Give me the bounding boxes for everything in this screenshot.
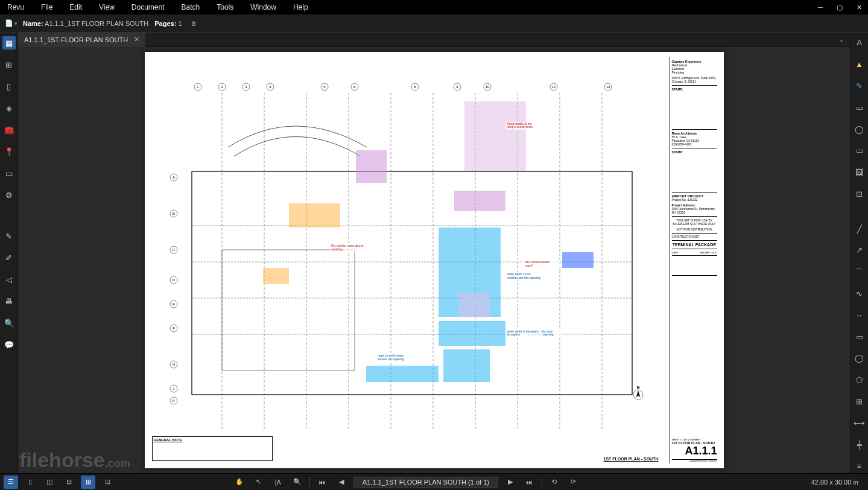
bookmarks-panel-icon[interactable]: ▯ (2, 80, 16, 93)
zoom-tool-icon[interactable]: 🔍 (290, 476, 305, 489)
text-select-tool-icon[interactable]: |A (271, 476, 285, 489)
panel-toggle-icon[interactable]: ☰ (4, 476, 18, 489)
cloud-tool-icon[interactable]: ◯ (853, 122, 866, 136)
markup-note[interactable]: Need details of the ramp's construction (505, 122, 542, 130)
menu-edit[interactable]: Edit (67, 2, 84, 13)
dimension-tool-icon[interactable]: ↔ (853, 308, 866, 322)
document-viewport[interactable]: Capture Engineers Mechanical Electrical … (18, 47, 850, 473)
polygon-tool-icon[interactable]: ⬠ (853, 374, 866, 387)
layers-panel-icon[interactable]: ◈ (2, 101, 16, 115)
general-note: GENERAL NOTE (152, 436, 273, 461)
tab-overflow-icon[interactable]: ⌄ (833, 36, 850, 43)
markup-note[interactable]: verify width of escalator for egress (505, 329, 542, 337)
search-tool-icon[interactable]: 🔍 (2, 316, 16, 329)
menu-file[interactable]: File (39, 2, 55, 13)
highlight-tool-icon[interactable]: ✐ (2, 251, 16, 264)
count-tool-icon[interactable]: ┿ (853, 438, 866, 451)
menu-window[interactable]: Window (248, 2, 279, 13)
rectangle-tool-icon[interactable]: ▭ (853, 330, 866, 343)
print-tool-icon[interactable]: 🖶 (2, 294, 16, 308)
tb-disclaimer2: NOT FOR DISTRIBUTION (672, 228, 717, 231)
markup-region[interactable] (289, 203, 341, 228)
tab-close-icon[interactable]: ✕ (134, 36, 139, 43)
svg-text:D: D (172, 278, 175, 282)
menu-revu[interactable]: Revu (5, 2, 27, 13)
page-dimensions: 42.00 x 30.00 in (811, 479, 864, 486)
markup-note[interactable]: who stored access room? (524, 260, 560, 268)
measure-tool-icon[interactable]: ⟷ (853, 416, 866, 430)
svg-text:F: F (173, 326, 175, 330)
window-minimize-button[interactable]: ─ (816, 3, 825, 11)
note-tool-icon[interactable]: ▭ (853, 144, 866, 158)
group-tool-icon[interactable]: ⊞ (853, 395, 866, 409)
next-view-icon[interactable]: ⟳ (566, 476, 581, 489)
single-page-view-icon[interactable]: ▯ (23, 476, 37, 489)
previous-view-icon[interactable]: ⟲ (547, 476, 562, 489)
svg-text:C: C (172, 248, 175, 252)
pen-tool-icon[interactable]: ✎ (853, 80, 866, 93)
markup-region[interactable] (454, 191, 506, 211)
document-tabs: A1.1.1_1ST FLOOR PLAN SOUTH ✕ ⌄ (18, 33, 850, 47)
shape-tool-icon[interactable]: ◁ (2, 273, 16, 286)
markup-note[interactable]: verify beam count matches per this openi… (505, 272, 542, 280)
highlighter-tool-icon[interactable]: ▲ (853, 58, 866, 71)
select-tool-icon[interactable]: ↖ (252, 476, 266, 489)
scale-tool-icon[interactable]: ≡ (853, 460, 866, 473)
forms-panel-icon[interactable]: ▭ (2, 167, 16, 180)
places-panel-icon[interactable]: 📍 (2, 145, 16, 158)
markup-region[interactable] (439, 321, 505, 345)
doc-pages: Pages: 1 (154, 20, 182, 27)
window-maximize-button[interactable]: ▢ (835, 3, 844, 11)
pan-tool-icon[interactable]: ✋ (232, 476, 247, 489)
markup-note[interactable]: need to verify beam access this opening (376, 354, 413, 361)
image-tool-icon[interactable]: 🖼 (853, 166, 866, 179)
next-page-icon[interactable]: ▶ (503, 476, 518, 489)
markup-region[interactable] (366, 366, 439, 382)
document-tab[interactable]: A1.1.1_1ST FLOOR PLAN SOUTH ✕ (18, 33, 145, 47)
markup-region[interactable] (263, 268, 289, 284)
markup-tool-icon[interactable]: ✎ (2, 229, 16, 243)
continuous-view-icon[interactable]: ⊞ (81, 476, 95, 489)
prev-page-icon[interactable]: ◀ (334, 476, 349, 489)
status-separator (309, 477, 310, 488)
arc-tool-icon[interactable]: ⌒ (853, 266, 866, 279)
grid-panel-icon[interactable]: ⊞ (2, 58, 16, 71)
crop-tool-icon[interactable]: ⊡ (853, 188, 866, 201)
markup-region[interactable] (356, 150, 387, 183)
svg-text:E: E (172, 302, 174, 306)
thumbnails-panel-icon[interactable]: ▦ (2, 36, 16, 49)
page-indicator[interactable]: A1.1.1_1ST FLOOR PLAN SOUTH (1 of 1) (353, 477, 498, 488)
markup-region[interactable] (562, 252, 593, 269)
chat-tool-icon[interactable]: 💬 (2, 338, 16, 351)
markup-region[interactable] (464, 101, 527, 171)
svg-text:A: A (172, 176, 174, 179)
svg-text:H: H (172, 363, 174, 366)
line-tool-icon[interactable]: ╱ (853, 222, 866, 235)
callout-tool-icon[interactable]: ▭ (853, 101, 866, 114)
document-page: Capture Engineers Mechanical Electrical … (145, 52, 724, 468)
markup-region[interactable] (459, 293, 490, 317)
file-access-icon[interactable]: 📄▾ (5, 18, 17, 30)
ellipse-tool-icon[interactable]: ◯ (853, 352, 866, 365)
menu-view[interactable]: View (97, 2, 117, 13)
menu-document[interactable]: Document (129, 2, 167, 13)
window-close-button[interactable]: ✕ (855, 3, 863, 11)
split-horizontal-icon[interactable]: ⊟ (62, 476, 76, 489)
document-tab-label: A1.1.1_1ST FLOOR PLAN SOUTH (24, 36, 128, 43)
menu-batch[interactable]: Batch (179, 2, 203, 13)
markup-region[interactable] (443, 349, 490, 382)
last-page-icon[interactable]: ⏭ (522, 476, 537, 489)
menu-help[interactable]: Help (291, 2, 311, 13)
new-page-icon[interactable]: 🗎 (188, 18, 200, 30)
markup-note[interactable]: Re: conflict notes above cladding (330, 244, 366, 252)
first-page-icon[interactable]: ⏮ (315, 476, 329, 489)
polyline-tool-icon[interactable]: ∿ (853, 287, 866, 301)
multi-view-icon[interactable]: ⊡ (100, 476, 115, 489)
text-box-tool-icon[interactable]: A (853, 36, 866, 49)
properties-panel-icon[interactable]: ⚙ (2, 188, 16, 202)
tool-chest-icon[interactable]: 🧰 (2, 123, 16, 136)
menu-tools[interactable]: Tools (214, 2, 236, 13)
split-vertical-icon[interactable]: ◫ (42, 476, 57, 489)
arrow-tool-icon[interactable]: ↗ (853, 244, 866, 257)
tb-firm1-addr: 400 N. Michigan Ave, Suite 1500, Chicago… (672, 76, 717, 83)
